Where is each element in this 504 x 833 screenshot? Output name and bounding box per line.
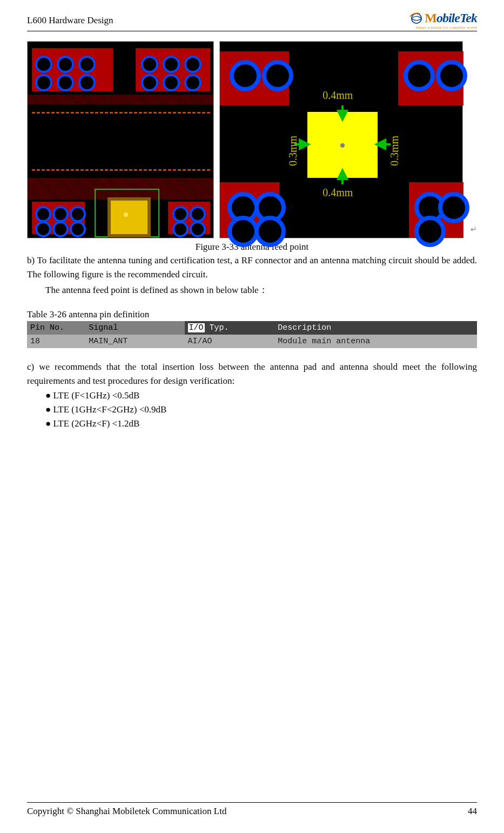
line-break-mark: ↵ — [471, 225, 477, 234]
logo: MobileTek Smart solution for a smaller w… — [409, 11, 477, 30]
dim-top: 0.4mm — [322, 89, 353, 102]
bullet-item: ● LTE (1GHz<F<2GHz) <0.9dB — [27, 403, 477, 417]
globe-icon — [409, 11, 424, 25]
para-c: c) we recommends that the total insertio… — [27, 360, 477, 389]
dim-bottom: 0.4mm — [322, 186, 353, 199]
cell-desc: Module main antenna — [274, 335, 477, 348]
th-signal: Signal — [85, 321, 184, 335]
cell-signal: MAIN_ANT — [85, 335, 184, 348]
cell-io: AI/AO — [185, 335, 275, 348]
svg-marker-2 — [338, 111, 347, 119]
dimension-arrows — [220, 42, 462, 238]
page-footer: Copyright © Shanghai Mobiletek Communica… — [27, 802, 477, 817]
cell-pin: 18 — [27, 335, 85, 348]
doc-title: L600 Hardware Design — [27, 15, 113, 26]
copyright-text: Copyright © Shanghai Mobiletek Communica… — [27, 806, 226, 817]
logo-letter-m: M — [425, 11, 436, 25]
svg-marker-6 — [300, 140, 308, 149]
figure-right-pcb: 0.4mm 0.3mm 0.3mm 0.4mm — [219, 41, 463, 238]
th-pin: Pin No. — [27, 321, 85, 335]
page-number: 44 — [468, 806, 477, 817]
svg-marker-8 — [377, 140, 385, 149]
logo-tagline: Smart solution for a smaller world — [416, 25, 477, 30]
para-b: b) To facilitate the antenna tuning and … — [27, 254, 477, 282]
dim-right: 0.3mm — [388, 136, 401, 166]
dim-left: 0.3mm — [287, 136, 299, 166]
th-desc: Description — [274, 321, 477, 335]
page-header: L600 Hardware Design MobileTek Smart sol… — [27, 11, 477, 31]
logo-name-rest: obileTek — [436, 11, 477, 25]
para-b2: The antenna feed point is defined as sho… — [27, 283, 477, 297]
figure-left-pcb — [27, 41, 214, 238]
svg-marker-4 — [338, 170, 347, 179]
svg-point-0 — [412, 13, 421, 23]
bullet-item: ● LTE (2GHz<F) <1.2dB — [27, 417, 477, 431]
bullet-item: ● LTE (F<1GHz) <0.5dB — [27, 389, 477, 403]
table-row: 18 MAIN_ANT AI/AO Module main antenna — [27, 335, 477, 348]
table-caption: Table 3-26 antenna pin definition — [27, 309, 477, 320]
th-io: I/O Typ. — [185, 321, 275, 335]
figure-row: 0.4mm 0.3mm 0.3mm 0.4mm ↵ — [27, 41, 477, 238]
pin-definition-table: Pin No. Signal I/O Typ. Description 18 M… — [27, 321, 477, 348]
bullet-list: ● LTE (F<1GHz) <0.5dB ● LTE (1GHz<F<2GHz… — [27, 389, 477, 431]
